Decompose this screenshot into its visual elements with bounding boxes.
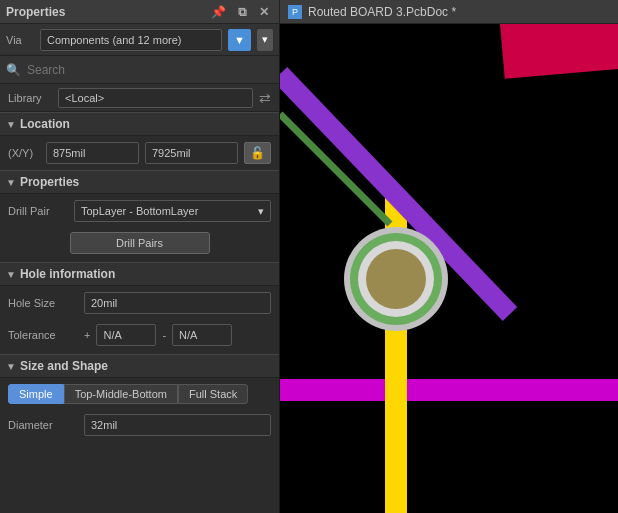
lock-button[interactable]: 🔓: [244, 142, 271, 164]
collapse-triangle-icon3: ▼: [6, 269, 16, 280]
library-row: Library <Local> ⇄: [0, 84, 279, 112]
x-coord-input[interactable]: 875mil: [46, 142, 139, 164]
via-label: Via: [6, 34, 34, 46]
properties-section-header[interactable]: ▼ Properties: [0, 170, 279, 194]
size-shape-section-header[interactable]: ▼ Size and Shape: [0, 354, 279, 378]
pcb-background: [280, 24, 618, 513]
drill-pairs-btn-container: Drill Pairs: [0, 228, 279, 262]
drill-pair-dropdown[interactable]: TopLayer - BottomLayer ▾: [74, 200, 271, 222]
collapse-triangle-icon4: ▼: [6, 361, 16, 372]
link-icon[interactable]: ⇄: [259, 90, 271, 106]
main-content: Via Components (and 12 more) ▼ ▾ 🔍 Libra…: [0, 24, 618, 513]
top-bar: Properties 📌 ⧉ ✕ P Routed BOARD 3.PcbDoc…: [0, 0, 618, 24]
tolerance-row: Tolerance + N/A - N/A: [0, 320, 279, 354]
size-shape-title: Size and Shape: [20, 359, 108, 373]
location-row: (X/Y) 875mil 7925mil 🔓: [0, 136, 279, 170]
hole-size-row: Hole Size 20mil: [0, 286, 279, 320]
hole-size-value[interactable]: 20mil: [84, 292, 271, 314]
panel-controls: 📌 ⧉ ✕: [207, 3, 273, 21]
via-row: Via Components (and 12 more) ▼ ▾: [0, 24, 279, 56]
left-panel: Via Components (and 12 more) ▼ ▾ 🔍 Libra…: [0, 24, 280, 513]
pin-icon[interactable]: 📌: [207, 3, 230, 21]
minus-sign: -: [160, 329, 168, 341]
hole-size-label: Hole Size: [8, 297, 78, 309]
drill-pair-row: Drill Pair TopLayer - BottomLayer ▾: [0, 194, 279, 228]
close-icon[interactable]: ✕: [255, 3, 273, 21]
plus-sign: +: [82, 329, 92, 341]
tolerance-minus-input[interactable]: N/A: [172, 324, 232, 346]
y-coord-input[interactable]: 7925mil: [145, 142, 238, 164]
doc-icon: P: [288, 5, 302, 19]
doc-tab[interactable]: P Routed BOARD 3.PcbDoc *: [280, 0, 618, 23]
search-row: 🔍: [0, 56, 279, 84]
collapse-triangle-icon2: ▼: [6, 177, 16, 188]
pcb-view[interactable]: [280, 24, 618, 513]
via-inner-pad: [366, 249, 426, 309]
tab-full-stack[interactable]: Full Stack: [178, 384, 248, 404]
tab-top-middle-bottom[interactable]: Top-Middle-Bottom: [64, 384, 178, 404]
collapse-triangle-icon: ▼: [6, 119, 16, 130]
drill-pair-label: Drill Pair: [8, 205, 68, 217]
float-icon[interactable]: ⧉: [234, 3, 251, 21]
location-section-header[interactable]: ▼ Location: [0, 112, 279, 136]
hole-info-section-header[interactable]: ▼ Hole information: [0, 262, 279, 286]
trace-magenta-1: [280, 379, 618, 401]
location-title: Location: [20, 117, 70, 131]
via-components-field: Components (and 12 more): [40, 29, 222, 51]
panel-title: Properties: [6, 5, 65, 19]
library-label: Library: [8, 92, 58, 104]
tab-simple[interactable]: Simple: [8, 384, 64, 404]
doc-title: Routed BOARD 3.PcbDoc *: [308, 5, 456, 19]
search-input[interactable]: [27, 63, 273, 77]
filter-button[interactable]: ▼: [228, 29, 251, 51]
trace-red2: [530, 24, 618, 69]
properties-title: Properties: [20, 175, 79, 189]
tolerance-label: Tolerance: [8, 329, 78, 341]
shape-tabs: Simple Top-Middle-Bottom Full Stack: [0, 378, 279, 410]
search-icon: 🔍: [6, 63, 21, 77]
hole-info-title: Hole information: [20, 267, 115, 281]
drill-pairs-button[interactable]: Drill Pairs: [70, 232, 210, 254]
coord-label: (X/Y): [8, 147, 40, 159]
library-value: <Local>: [58, 88, 253, 108]
dropdown-button[interactable]: ▾: [257, 29, 273, 51]
tolerance-plus-input[interactable]: N/A: [96, 324, 156, 346]
diameter-row: Diameter 32mil: [0, 410, 279, 444]
diameter-value[interactable]: 32mil: [84, 414, 271, 436]
diameter-label: Diameter: [8, 419, 78, 431]
panel-title-bar: Properties 📌 ⧉ ✕: [0, 0, 280, 23]
pcb-canvas: [280, 24, 618, 513]
